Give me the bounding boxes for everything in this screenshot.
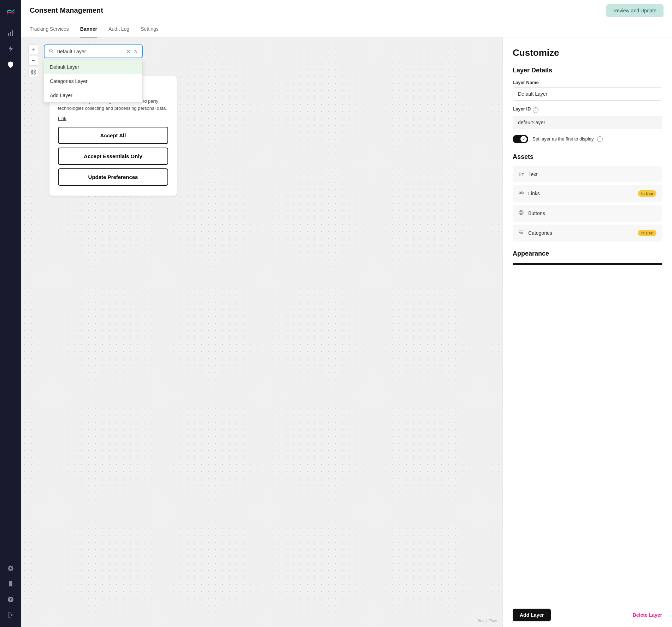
appearance-title: Appearance: [513, 250, 662, 257]
toggle-row: ✓ Set layer as the first to display i: [513, 135, 662, 143]
layer-dropdown: Default Layer Categories Layer Add Layer: [44, 60, 143, 103]
layer-id-label: Layer ID: [513, 106, 531, 112]
svg-point-12: [520, 211, 522, 214]
categories-asset-icon: [518, 229, 524, 237]
sidebar-bottom: [4, 562, 17, 621]
bottom-bar: Add Layer Delete Layer: [503, 603, 672, 627]
layer-details-section: Layer Details Layer Name Layer ID i ✓ S: [513, 67, 662, 143]
appearance-bar: [513, 263, 662, 265]
toggle-check-icon: ✓: [522, 137, 525, 141]
svg-rect-5: [34, 70, 35, 71]
asset-row-links[interactable]: Links In Use: [513, 185, 662, 202]
asset-categories-name: Categories: [528, 230, 552, 236]
links-in-use-badge: In Use: [638, 190, 656, 197]
sidebar: [0, 0, 21, 627]
accept-essentials-button[interactable]: Accept Essentials Only: [58, 148, 168, 165]
layer-search-container: ✕ ∧ Default Layer Categories Layer Add L…: [44, 44, 143, 58]
chevron-up-icon[interactable]: ∧: [134, 48, 138, 55]
delete-layer-button[interactable]: Delete Layer: [633, 612, 662, 618]
add-layer-button[interactable]: Add Layer: [513, 609, 551, 621]
layer-id-row: Layer ID i: [513, 106, 662, 114]
main-content: Consent Management Review and Update Tra…: [21, 0, 672, 627]
text-asset-icon: Tт: [518, 171, 524, 177]
buttons-asset-icon: [518, 210, 524, 217]
asset-row-buttons[interactable]: Buttons: [513, 205, 662, 222]
tab-tracking-services[interactable]: Tracking Services: [30, 21, 69, 37]
svg-rect-6: [31, 73, 33, 74]
toggle-info-icon[interactable]: i: [597, 136, 603, 142]
categories-in-use-badge: In Use: [638, 230, 656, 236]
asset-row-text[interactable]: Tт Text: [513, 166, 662, 182]
toggle-knob: ✓: [520, 136, 527, 142]
zoom-controls: + −: [28, 44, 38, 77]
layer-name-label: Layer Name: [513, 80, 662, 85]
page-title: Consent Management: [30, 6, 103, 14]
layer-search-input[interactable]: [57, 49, 123, 54]
clear-search-icon[interactable]: ✕: [126, 48, 131, 55]
svg-rect-2: [10, 32, 11, 36]
asset-buttons-left: Buttons: [518, 210, 545, 217]
first-display-toggle[interactable]: ✓: [513, 135, 528, 143]
tab-settings[interactable]: Settings: [141, 21, 159, 37]
layer-option-add[interactable]: Add Layer: [44, 88, 142, 102]
asset-links-name: Links: [528, 191, 540, 196]
help-icon[interactable]: [4, 593, 17, 606]
asset-buttons-name: Buttons: [528, 210, 545, 216]
bookmark-icon[interactable]: [4, 578, 17, 590]
app-logo[interactable]: [4, 6, 17, 18]
svg-rect-7: [34, 73, 35, 74]
asset-links-left: Links: [518, 190, 540, 197]
asset-text-name: Text: [529, 172, 538, 177]
react-flow-label: React Flow: [477, 619, 497, 623]
update-preferences-button[interactable]: Update Preferences: [58, 168, 168, 186]
tab-banner[interactable]: Banner: [80, 21, 97, 37]
fit-screen-button[interactable]: [28, 67, 38, 77]
layer-option-categories[interactable]: Categories Layer: [44, 74, 142, 88]
layer-option-default[interactable]: Default Layer: [44, 60, 142, 74]
layer-id-info-icon[interactable]: i: [533, 107, 538, 113]
svg-point-10: [522, 192, 524, 194]
settings-icon[interactable]: [4, 562, 17, 575]
right-panel: Customize Layer Details Layer Name Layer…: [502, 37, 672, 627]
zoom-in-button[interactable]: +: [28, 44, 38, 54]
svg-rect-3: [12, 30, 13, 36]
canvas: + −: [21, 37, 502, 627]
review-update-button[interactable]: Review and Update: [606, 4, 664, 17]
assets-section: Assets Tт Text Links In Use: [513, 153, 662, 241]
analytics-icon[interactable]: [4, 27, 17, 40]
svg-point-9: [519, 192, 521, 194]
links-asset-icon: [518, 190, 524, 197]
accept-all-button[interactable]: Accept All: [58, 127, 168, 144]
svg-rect-4: [31, 70, 33, 71]
toggle-label: Set layer as the first to display i: [532, 136, 603, 142]
layer-name-input[interactable]: [513, 87, 662, 101]
asset-text-left: Tт Text: [518, 171, 537, 177]
svg-rect-1: [8, 33, 9, 36]
assets-title: Assets: [513, 153, 662, 161]
lightning-icon[interactable]: [4, 42, 17, 55]
privacy-link[interactable]: Link: [58, 116, 168, 121]
svg-point-8: [49, 49, 52, 52]
layer-search-box: ✕ ∧: [44, 44, 143, 58]
appearance-section: Appearance: [513, 250, 662, 265]
header: Consent Management Review and Update: [21, 0, 672, 21]
svg-point-11: [519, 210, 523, 215]
asset-row-categories[interactable]: Categories In Use: [513, 225, 662, 241]
content-area: + −: [21, 37, 672, 627]
zoom-out-button[interactable]: −: [28, 56, 38, 66]
customize-title: Customize: [513, 47, 662, 58]
tab-audit-log[interactable]: Audit Log: [108, 21, 129, 37]
privacy-icon[interactable]: [4, 58, 17, 71]
search-icon: [49, 48, 54, 55]
asset-categories-left: Categories: [518, 229, 552, 237]
logout-icon[interactable]: [4, 609, 17, 621]
layer-details-title: Layer Details: [513, 67, 662, 74]
layer-id-input[interactable]: [513, 116, 662, 129]
tabs: Tracking Services Banner Audit Log Setti…: [21, 21, 672, 37]
